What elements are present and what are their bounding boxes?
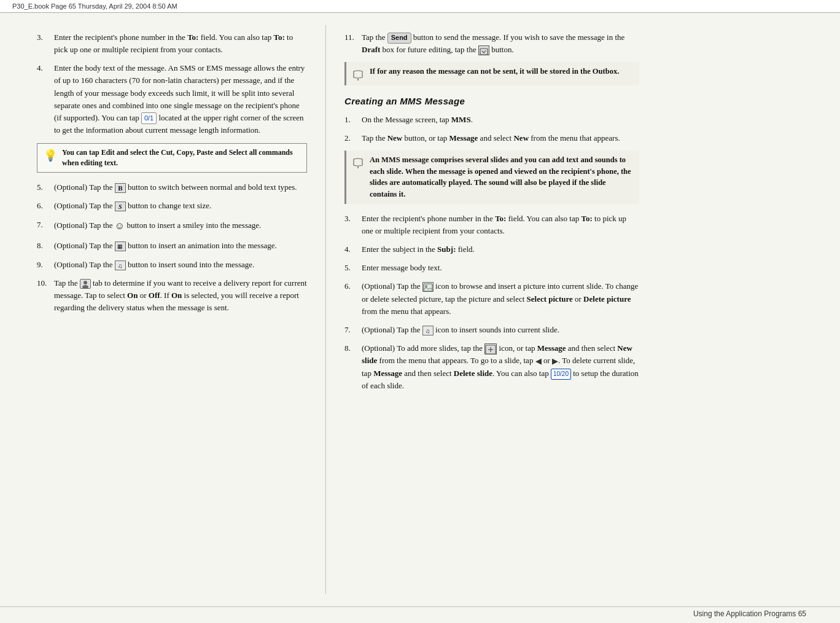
item-number: 6.: [344, 280, 362, 317]
note-box-1: If for any reason the message can not be…: [344, 62, 639, 85]
sound-icon-2: ♫: [422, 326, 434, 335]
tip-text: You can tap Edit and select the Cut, Cop…: [62, 147, 300, 169]
item-number: 8.: [37, 240, 54, 252]
list-item: 7. (Optional) Tap the ☺ button to insert…: [37, 219, 307, 234]
item-body: (Optional) Tap the ♫ icon to insert soun…: [362, 324, 639, 336]
size-icon: S: [115, 202, 126, 211]
note-text-2: An MMS message comprises several slides …: [370, 154, 633, 200]
list-item: 10. Tap the tab to determine if you want…: [37, 277, 307, 314]
sound-icon: ♫: [115, 261, 126, 270]
item-body: Enter message body text.: [362, 262, 639, 274]
add-slide-icon: [484, 343, 497, 355]
list-item: 4. Enter the subject in the Subj: field.: [344, 243, 639, 256]
item-number: 3.: [344, 213, 362, 237]
list-item: 5. (Optional) Tap the B button to switch…: [37, 181, 307, 194]
delivery-tab-icon: [80, 279, 91, 289]
left-column: 3. Enter the recipient's phone number in…: [0, 25, 325, 594]
list-item: 7. (Optional) Tap the ♫ icon to insert s…: [344, 324, 639, 336]
item-body: Enter the body text of the message. An S…: [54, 62, 307, 136]
counter-01: 0/1: [141, 112, 157, 124]
list-item: 9. (Optional) Tap the ♫ button to insert…: [37, 259, 307, 271]
item-number: 8.: [344, 342, 362, 393]
item-number: 2.: [344, 132, 362, 144]
page-footer: Using the Application Programs 65: [0, 606, 840, 623]
smiley-icon: ☺: [115, 219, 125, 234]
item-number: 5.: [344, 262, 362, 274]
button-label: button to change text size.: [128, 201, 211, 210]
note-box-2: An MMS message comprises several slides …: [344, 151, 639, 204]
item-body: Tap the tab to determine if you want to …: [54, 277, 307, 314]
send-button[interactable]: Send: [387, 33, 411, 43]
animation-icon: ▦: [115, 241, 126, 251]
item-body: (Optional) Tap the ♫ button to insert so…: [54, 259, 307, 271]
item-body: (Optional) Tap the B button to switch be…: [54, 181, 307, 194]
svg-point-1: [82, 285, 88, 289]
item-number: 4.: [37, 62, 54, 136]
page-header: P30_E.book Page 65 Thursday, April 29, 2…: [0, 0, 840, 13]
item-number: 5.: [37, 181, 54, 194]
tip-icon: 💡: [44, 147, 57, 169]
item-body: On the Message screen, tap MMS.: [362, 114, 639, 126]
svg-rect-2: [480, 49, 488, 55]
item-body: (Optional) Tap the S button to change te…: [54, 200, 307, 212]
next-slide-icon: ▶: [552, 355, 558, 367]
item-number: 10.: [37, 277, 54, 314]
main-content: 3. Enter the recipient's phone number in…: [0, 13, 840, 606]
item-number: 4.: [344, 243, 362, 256]
list-item: 3. Enter the recipient's phone number in…: [37, 31, 307, 56]
item-number: 11.: [344, 31, 362, 56]
list-item: 2. Tap the New button, or tap Message an…: [344, 132, 639, 144]
item-number: 7.: [344, 324, 362, 336]
tip-box: 💡 You can tap Edit and select the Cut, C…: [37, 143, 307, 173]
item-number: 9.: [37, 259, 54, 271]
item-body: (Optional) Tap the ▦ button to insert an…: [54, 240, 307, 252]
header-text: P30_E.book Page 65 Thursday, April 29, 2…: [12, 2, 177, 10]
item-number: 7.: [37, 219, 54, 234]
right-column: 11. Tap the Send button to send the mess…: [326, 25, 664, 594]
timer-counter: 10/20: [551, 369, 571, 380]
list-item: 6. (Optional) Tap the icon to browse and…: [344, 280, 639, 317]
list-item: 8. (Optional) To add more slides, tap th…: [344, 342, 639, 393]
item-body: Tap the New button, or tap Message and s…: [362, 132, 639, 144]
item-number: 6.: [37, 200, 54, 212]
list-item: 4. Enter the body text of the message. A…: [37, 62, 307, 136]
item-body: Enter the subject in the Subj: field.: [362, 243, 639, 256]
note-icon-2: [352, 154, 365, 200]
item-body: Enter the recipient's phone number in th…: [54, 31, 307, 56]
draft-icon: [478, 45, 489, 55]
item-body: Enter the recipient's phone number in th…: [362, 213, 639, 237]
bold-icon: B: [115, 183, 126, 193]
item-body: Tap the Send button to send the message.…: [362, 31, 639, 56]
svg-rect-3: [424, 284, 432, 291]
item-body: (Optional) To add more slides, tap the i…: [362, 342, 639, 393]
item-number: 3.: [37, 31, 54, 56]
list-item: 1. On the Message screen, tap MMS.: [344, 114, 639, 126]
list-item: 11. Tap the Send button to send the mess…: [344, 31, 639, 56]
list-item: 8. (Optional) Tap the ▦ button to insert…: [37, 240, 307, 252]
item-body: (Optional) Tap the ☺ button to insert a …: [54, 219, 307, 234]
page-wrapper: P30_E.book Page 65 Thursday, April 29, 2…: [0, 0, 840, 623]
note-icon-1: [352, 66, 365, 82]
picture-icon: [422, 282, 434, 292]
item-number: 1.: [344, 114, 362, 126]
svg-point-0: [84, 281, 87, 284]
list-item: 6. (Optional) Tap the S button to change…: [37, 200, 307, 212]
list-item: 5. Enter message body text.: [344, 262, 639, 274]
prev-slide-icon: ◀: [535, 355, 542, 367]
item-body: (Optional) Tap the icon to browse and in…: [362, 280, 639, 317]
section-title-mms: Creating an MMS Message: [344, 94, 639, 108]
footer-text: Using the Application Programs 65: [693, 609, 806, 618]
note-text-1: If for any reason the message can not be…: [370, 66, 633, 82]
list-item: 3. Enter the recipient's phone number in…: [344, 213, 639, 237]
